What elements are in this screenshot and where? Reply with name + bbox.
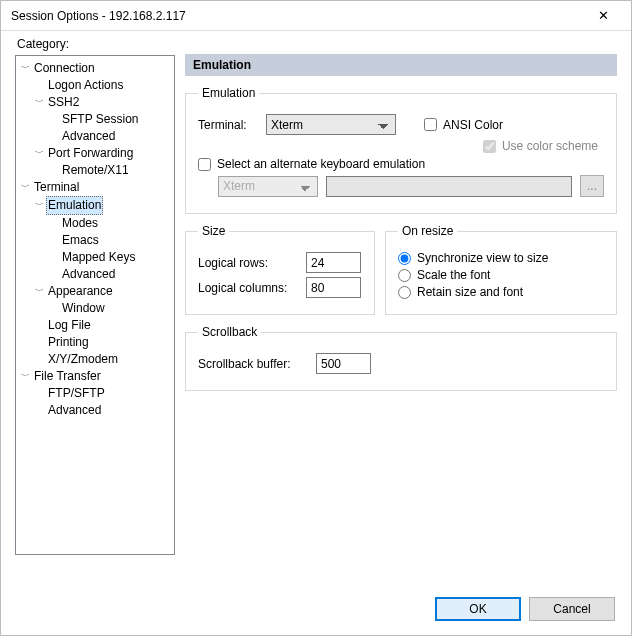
tree-window[interactable]: Window [18, 300, 172, 317]
use-color-scheme-label: Use color scheme [502, 139, 598, 153]
chevron-down-icon: ﹀ [32, 197, 46, 214]
chevron-down-icon: ﹀ [32, 145, 46, 162]
tree-emu-advanced[interactable]: Advanced [18, 266, 172, 283]
tree-log-file[interactable]: Log File [18, 317, 172, 334]
tree-terminal[interactable]: ﹀Terminal [18, 179, 172, 196]
use-color-scheme-input [483, 140, 496, 153]
cancel-button[interactable]: Cancel [529, 597, 615, 621]
ok-label: OK [469, 602, 486, 616]
resize-sync-label: Synchronize view to size [417, 251, 548, 265]
ansi-color-input[interactable] [424, 118, 437, 131]
chevron-down-icon: ﹀ [18, 368, 32, 385]
alt-keyboard-label: Select an alternate keyboard emulation [217, 157, 425, 171]
scrollback-input[interactable] [316, 353, 371, 374]
ok-button[interactable]: OK [435, 597, 521, 621]
tree-port-forwarding[interactable]: ﹀Port Forwarding [18, 145, 172, 162]
tree-file-transfer[interactable]: ﹀File Transfer [18, 368, 172, 385]
tree-ftp-sftp[interactable]: FTP/SFTP [18, 385, 172, 402]
alt-keyboard-checkbox[interactable]: Select an alternate keyboard emulation [198, 157, 425, 171]
window-title: Session Options - 192.168.2.117 [11, 9, 186, 23]
cancel-label: Cancel [553, 602, 590, 616]
ellipsis-icon: ... [587, 179, 597, 193]
tree-connection[interactable]: ﹀ Connection [18, 60, 172, 77]
resize-retain-radio[interactable]: Retain size and font [398, 285, 604, 299]
on-resize-group: On resize Synchronize view to size Scale… [385, 224, 617, 315]
resize-scale-label: Scale the font [417, 268, 490, 282]
scrollback-legend: Scrollback [198, 325, 261, 339]
title-bar: Session Options - 192.168.2.117 ✕ [1, 1, 631, 31]
resize-scale-input[interactable] [398, 269, 411, 282]
ansi-color-checkbox[interactable]: ANSI Color [424, 118, 503, 132]
cols-label: Logical columns: [198, 281, 298, 295]
resize-retain-input[interactable] [398, 286, 411, 299]
tree-xyz-zmodem[interactable]: X/Y/Zmodem [18, 351, 172, 368]
ansi-color-label: ANSI Color [443, 118, 503, 132]
alt-keyboard-input[interactable] [198, 158, 211, 171]
panel-header-label: Emulation [193, 58, 251, 72]
emulation-legend: Emulation [198, 86, 259, 100]
scrollback-label: Scrollback buffer: [198, 357, 308, 371]
resize-sync-input[interactable] [398, 252, 411, 265]
tree-appearance[interactable]: ﹀Appearance [18, 283, 172, 300]
close-button[interactable]: ✕ [583, 2, 623, 30]
tree-logon-actions[interactable]: Logon Actions [18, 77, 172, 94]
tree-emulation[interactable]: ﹀Emulation [18, 196, 172, 215]
use-color-scheme-checkbox: Use color scheme [483, 139, 598, 153]
size-legend: Size [198, 224, 229, 238]
alt-keyboard-path [326, 176, 572, 197]
on-resize-legend: On resize [398, 224, 457, 238]
chevron-down-icon: ﹀ [18, 179, 32, 196]
close-icon: ✕ [598, 8, 609, 23]
emulation-group: Emulation Terminal: Xterm ANSI Color Use… [185, 86, 617, 214]
tree-modes[interactable]: Modes [18, 215, 172, 232]
terminal-select[interactable]: Xterm [266, 114, 396, 135]
chevron-down-icon: ﹀ [32, 94, 46, 111]
category-label: Category: [17, 37, 175, 51]
rows-label: Logical rows: [198, 256, 298, 270]
rows-input[interactable] [306, 252, 361, 273]
tree-remote-x11[interactable]: Remote/X11 [18, 162, 172, 179]
size-group: Size Logical rows: Logical columns: [185, 224, 375, 315]
terminal-label: Terminal: [198, 118, 258, 132]
alt-keyboard-select: Xterm [218, 176, 318, 197]
tree-mapped-keys[interactable]: Mapped Keys [18, 249, 172, 266]
resize-retain-label: Retain size and font [417, 285, 523, 299]
tree-sftp-session[interactable]: SFTP Session [18, 111, 172, 128]
category-tree[interactable]: ﹀ Connection Logon Actions ﹀SSH2 SFTP Se… [15, 55, 175, 555]
panel-header: Emulation [185, 54, 617, 76]
resize-scale-radio[interactable]: Scale the font [398, 268, 604, 282]
scrollback-group: Scrollback Scrollback buffer: [185, 325, 617, 391]
tree-emacs[interactable]: Emacs [18, 232, 172, 249]
resize-sync-radio[interactable]: Synchronize view to size [398, 251, 604, 265]
chevron-down-icon: ﹀ [32, 283, 46, 300]
tree-printing[interactable]: Printing [18, 334, 172, 351]
cols-input[interactable] [306, 277, 361, 298]
tree-ssh2-advanced[interactable]: Advanced [18, 128, 172, 145]
chevron-down-icon: ﹀ [18, 60, 32, 77]
browse-button: ... [580, 175, 604, 197]
tree-ssh2[interactable]: ﹀SSH2 [18, 94, 172, 111]
tree-ft-advanced[interactable]: Advanced [18, 402, 172, 419]
